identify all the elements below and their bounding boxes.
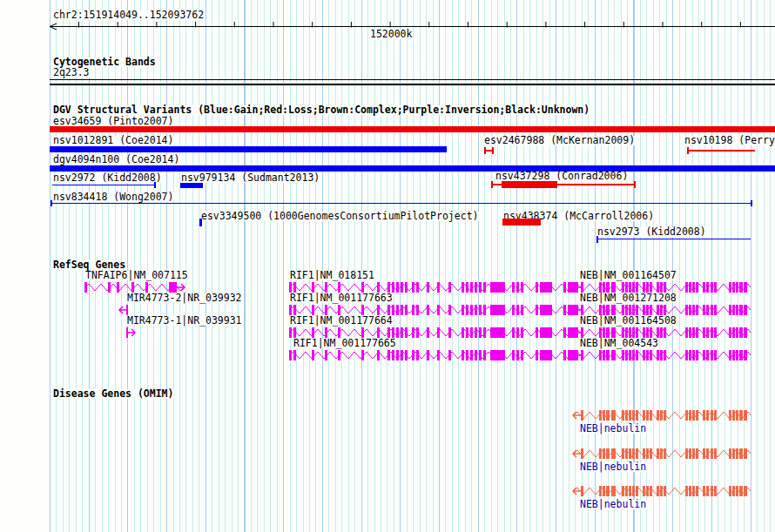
variant-label[interactable]: nsv834418 (Wong2007) — [52, 192, 174, 202]
variant-label[interactable]: nsv2972 (Kidd2008) — [52, 173, 163, 183]
gene-model[interactable] — [279, 347, 589, 364]
variant-label[interactable]: nsv1012891 (Coe2014) — [52, 136, 174, 145]
gene-label[interactable]: NEB|nebulin — [579, 424, 647, 434]
variant-label[interactable]: nsv437298 (Conrad2006) — [495, 172, 629, 181]
variant-label[interactable]: nsv979134 (Sudmant2013) — [180, 173, 320, 183]
gene-label[interactable]: NEB|nebulin — [579, 500, 647, 509]
variant-marker[interactable] — [502, 219, 541, 226]
gene-model[interactable] — [563, 482, 761, 500]
variant-marker[interactable] — [596, 236, 598, 243]
gene-model[interactable] — [116, 324, 145, 341]
variant-label[interactable]: esv2467988 (McKernan2009) — [483, 136, 636, 145]
dgv-track-header: DGV Structural Variants (Blue:Gain;Red:L… — [52, 105, 590, 115]
variant-label[interactable]: nsv2973 (Kidd2008) — [596, 227, 707, 237]
variant-marker[interactable] — [154, 182, 156, 188]
variant-label[interactable]: dgv4094n100 (Coe2014) — [52, 155, 180, 165]
variant-marker[interactable] — [199, 219, 202, 226]
variant-marker[interactable] — [596, 239, 751, 239]
variant-marker[interactable] — [687, 150, 755, 152]
variant-marker[interactable] — [51, 203, 752, 204]
genome-browser-canvas: chr2:151914049..152093762 152000k Cytoge… — [0, 0, 775, 532]
cytoband-track-bottom-line — [50, 84, 775, 85]
variant-label[interactable]: esv34659 (Pinto2007) — [52, 117, 174, 126]
variant-marker[interactable] — [52, 185, 156, 185]
variant-marker[interactable] — [50, 146, 447, 152]
variant-marker[interactable] — [50, 165, 775, 172]
variant-marker[interactable] — [751, 200, 752, 206]
gene-label[interactable]: NEB|nebulin — [579, 462, 647, 472]
gene-model[interactable] — [563, 407, 761, 424]
ruler-tick-label: 152000k — [369, 30, 413, 39]
variant-marker[interactable] — [492, 147, 494, 154]
variant-marker[interactable] — [491, 181, 493, 188]
variant-marker[interactable] — [180, 183, 203, 188]
variant-label[interactable]: esv3349500 (1000GenomesConsortiumPilotPr… — [200, 212, 480, 221]
variant-marker[interactable] — [634, 181, 636, 188]
gene-label[interactable]: MIR4773-2|NR_039932 — [126, 293, 243, 303]
cytoband-name[interactable]: 2q23.3 — [52, 68, 91, 77]
cytoband-track-top-line — [50, 79, 775, 80]
gene-model[interactable] — [563, 347, 761, 364]
variant-label[interactable]: nsv10198 (Perry20 — [684, 136, 775, 145]
variant-marker[interactable] — [502, 181, 557, 188]
variant-marker[interactable] — [51, 200, 52, 206]
omim-track-header: Disease Genes (OMIM) — [52, 389, 174, 399]
gene-model[interactable] — [563, 445, 761, 462]
region-coordinates-label: chr2:151914049..152093762 — [52, 10, 205, 20]
variant-marker[interactable] — [50, 126, 775, 132]
variant-marker[interactable] — [484, 147, 486, 154]
